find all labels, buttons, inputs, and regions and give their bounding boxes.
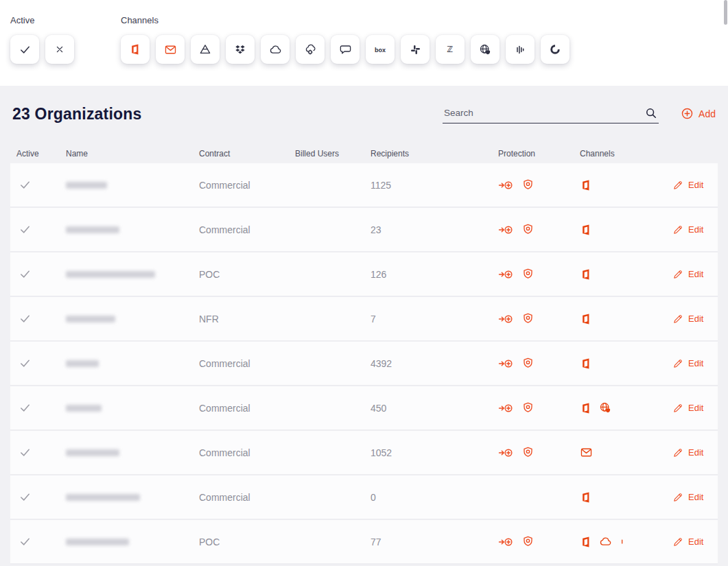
plus-circle-icon <box>681 107 694 120</box>
actions-cell: Edit <box>672 269 721 280</box>
shield-protection-icon <box>521 312 535 325</box>
channel-filter-mail-button[interactable] <box>156 35 185 64</box>
active-filter-check-button[interactable] <box>10 35 39 64</box>
name-cell <box>66 316 199 322</box>
search-input[interactable] <box>443 105 659 123</box>
inline-protection-icon <box>498 446 513 460</box>
contract-cell: Commercial <box>199 358 295 369</box>
channel-filter-cloud-button[interactable] <box>261 35 290 64</box>
edit-button-label: Edit <box>688 358 703 368</box>
name-cell <box>66 182 199 189</box>
shield-protection-icon <box>521 401 535 414</box>
table-body: Commercial 1125 Edit Commercial 23 Edit … <box>10 163 718 565</box>
recipients-cell: 4392 <box>371 358 498 369</box>
check-icon <box>19 535 32 548</box>
org-name-redacted <box>66 226 119 233</box>
box-icon: box <box>373 43 387 56</box>
content-header: 23 Organizations Add <box>10 86 718 140</box>
table-header: Active Name Contract Billed Users Recipi… <box>10 140 718 163</box>
edit-button[interactable]: Edit <box>672 358 703 369</box>
recipients-cell: 23 <box>371 224 498 235</box>
office365-icon <box>580 224 592 236</box>
cloud-gear-icon <box>304 43 317 56</box>
office365-icon <box>580 402 592 414</box>
edit-button-label: Edit <box>688 224 703 235</box>
edit-button[interactable]: Edit <box>672 269 703 280</box>
recipients-cell: 1125 <box>371 180 498 191</box>
shield-protection-icon <box>521 535 535 548</box>
pencil-icon <box>672 224 683 235</box>
page-title: 23 Organizations <box>12 105 142 123</box>
edit-button[interactable]: Edit <box>672 492 703 503</box>
edit-button[interactable]: Edit <box>672 403 703 414</box>
active-cell <box>16 223 66 236</box>
channel-filter-google-drive-button[interactable] <box>191 35 220 64</box>
edit-button[interactable]: Edit <box>672 180 703 191</box>
channel-filter-swirl-button[interactable] <box>541 35 570 64</box>
mail-icon <box>580 446 593 459</box>
pencil-icon <box>672 447 683 458</box>
office365-icon <box>580 491 592 504</box>
recipients-cell: 0 <box>371 492 498 503</box>
chat-icon <box>339 43 352 56</box>
active-cell <box>16 446 66 459</box>
channel-filter-slack-button[interactable] <box>401 35 430 64</box>
channels-cell <box>580 357 672 370</box>
protection-cell <box>498 312 580 326</box>
dropbox-icon <box>234 43 246 56</box>
org-name-redacted <box>66 182 107 189</box>
inline-protection-icon <box>498 268 513 281</box>
pencil-icon <box>672 403 683 414</box>
channel-filter-dropbox-button[interactable] <box>226 35 255 64</box>
office365-icon <box>580 357 592 370</box>
edit-button[interactable]: Edit <box>672 447 703 458</box>
col-recipients: Recipients <box>371 149 498 158</box>
channel-filter-office365-button[interactable] <box>121 35 150 64</box>
table-row: Commercial 23 Edit <box>10 208 718 252</box>
check-icon <box>19 357 32 370</box>
channels-cell <box>580 224 672 236</box>
edit-button[interactable]: Edit <box>672 536 703 547</box>
pencil-icon <box>672 269 683 280</box>
edit-button[interactable]: Edit <box>672 314 703 325</box>
truncated-icon <box>619 535 626 548</box>
table-row: Commercial 1052 Edit <box>10 431 718 475</box>
channel-filter-bars-button[interactable] <box>506 35 535 64</box>
col-protection: Protection <box>498 149 580 158</box>
protection-cell <box>498 535 580 549</box>
channels-cell <box>580 268 672 281</box>
check-icon <box>19 178 32 191</box>
name-cell <box>66 494 199 501</box>
recipients-cell: 7 <box>371 314 498 325</box>
office365-icon <box>580 268 592 281</box>
channel-filter-zendesk-button[interactable]: ℤ <box>436 35 465 64</box>
slack-icon <box>410 44 421 56</box>
office365-icon <box>580 536 592 548</box>
scrollbar[interactable] <box>724 0 727 566</box>
check-icon <box>19 268 32 281</box>
actions-cell: Edit <box>672 536 721 547</box>
contract-cell: POC <box>199 269 295 280</box>
channel-filter-cloud-gear-button[interactable] <box>296 35 325 64</box>
protection-cell <box>498 223 580 237</box>
pencil-icon <box>672 536 683 547</box>
scrollbar-thumb[interactable] <box>724 0 727 25</box>
edit-button-label: Edit <box>688 447 703 458</box>
name-cell <box>66 360 199 367</box>
channels-cell <box>580 535 672 548</box>
google-drive-icon <box>199 43 211 56</box>
search-icon[interactable] <box>645 107 657 119</box>
channel-filter-chat-button[interactable] <box>331 35 360 64</box>
name-cell <box>66 539 199 545</box>
table-row: Commercial 450 Edit <box>10 386 718 431</box>
channel-filter-web-shield-button[interactable] <box>471 35 500 64</box>
channel-filter-box-button[interactable]: box <box>366 35 395 64</box>
svg-text:box: box <box>375 47 386 54</box>
active-filter-x-button[interactable] <box>45 35 74 64</box>
recipients-cell: 1052 <box>371 447 498 458</box>
edit-button[interactable]: Edit <box>672 224 703 235</box>
x-icon <box>54 44 65 55</box>
add-button[interactable]: Add <box>681 107 716 123</box>
active-filter-group: Active <box>10 15 74 64</box>
zendesk-icon: ℤ <box>444 43 456 56</box>
